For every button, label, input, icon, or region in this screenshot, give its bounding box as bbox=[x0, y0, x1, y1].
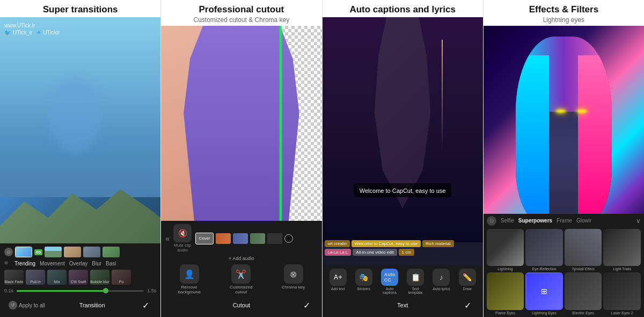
panel2-controls: « 🔇 Mute clip audio Cover + bbox=[161, 221, 321, 317]
filter-trending[interactable]: Trending bbox=[14, 261, 35, 266]
effect-thumb-electric-eyes bbox=[565, 272, 602, 310]
auto-captions-tool[interactable]: AutoCC Autocaptions bbox=[381, 269, 398, 294]
chroma-key-tool[interactable]: ⊗ Chroma key bbox=[282, 264, 305, 294]
effects-settings-icon[interactable]: ⊙ bbox=[487, 216, 496, 226]
cutout-confirm-button[interactable]: ✓ bbox=[300, 299, 313, 312]
telegram-handle: UTickir bbox=[43, 30, 60, 35]
tag-4: All-in-one video edit bbox=[353, 249, 397, 256]
text-tools: A+ Add text 🎭 Stickers AutoCC Autocaptio… bbox=[327, 269, 479, 294]
filter-overlay[interactable]: Overlay bbox=[69, 261, 87, 266]
expand-icon[interactable]: ∨ bbox=[636, 217, 641, 225]
confirm-button[interactable]: ✓ bbox=[139, 299, 152, 312]
effect-eye-reflection[interactable]: Eye Reflection bbox=[525, 229, 563, 271]
effect-label-tyndall: Tyndall Effect bbox=[572, 267, 595, 271]
effect-thumb-lightning bbox=[487, 229, 524, 266]
panel-effects-filters: Effects & Filters Lightning eyes bbox=[484, 0, 644, 317]
audio-clip-4[interactable] bbox=[267, 233, 282, 244]
timeline-thumb-4[interactable] bbox=[103, 247, 120, 257]
filter-tabs: ⚙ Trending Movement Overlay Blur Basi bbox=[4, 261, 156, 266]
effect-flame-eyes[interactable]: Flame Eyes bbox=[487, 272, 524, 315]
effects-scene bbox=[484, 26, 644, 235]
overlay-blob bbox=[48, 77, 102, 153]
slider-thumb[interactable] bbox=[103, 288, 108, 293]
panel-professional-cutout: Professional cutout Customized cutout & … bbox=[161, 0, 322, 317]
settings-gear[interactable]: ⚙ bbox=[4, 261, 8, 266]
panel3-controls: A+ Add text 🎭 Stickers AutoCC Autocaptio… bbox=[323, 265, 483, 317]
tab-superpowers[interactable]: Superpowers bbox=[518, 218, 552, 224]
effect-light-trails[interactable]: Light Trails bbox=[603, 229, 641, 271]
apply-all-icon[interactable]: ↺ bbox=[9, 301, 17, 309]
audio-clip-2[interactable] bbox=[233, 233, 248, 244]
filter-basi[interactable]: Basi bbox=[106, 261, 116, 266]
add-audio-button[interactable]: + Add audio bbox=[165, 256, 317, 261]
effect-label-light-trails: Light Trails bbox=[613, 267, 631, 271]
add-text-icon: A+ bbox=[330, 269, 347, 286]
stickers-label: Stickers bbox=[357, 287, 370, 291]
remove-bg-icon: 👤 bbox=[180, 264, 199, 284]
tab-frame[interactable]: Frame bbox=[557, 218, 572, 224]
timeline-thumb-2[interactable] bbox=[64, 247, 81, 257]
filter-thumb-pullin[interactable]: Pull in bbox=[26, 270, 45, 285]
effect-electric-eyes[interactable]: Electric Eyes bbox=[565, 272, 602, 315]
add-clip-button[interactable]: + bbox=[284, 234, 293, 243]
chroma-label: Chroma key bbox=[282, 285, 305, 290]
mute-label: Mute clip audio bbox=[172, 243, 193, 253]
caption-box: Welcome to CapCut, easy to use bbox=[354, 183, 451, 197]
twitter-handle: UTick_ir bbox=[13, 30, 32, 35]
add-text-tool[interactable]: A+ Add text bbox=[330, 269, 347, 294]
back-arrow[interactable]: « bbox=[165, 234, 170, 243]
effect-tyndall[interactable]: Tyndall Effect bbox=[565, 229, 602, 271]
cutout-person-area bbox=[161, 26, 321, 244]
effects-tabs: ⊙ Selfie Superpowers Frame Glowir ∨ bbox=[487, 216, 641, 226]
filter-thumbnails: Black Fade Pull in Mix CW Swift Bubble b… bbox=[4, 270, 156, 285]
effect-thumb-eye-reflection bbox=[525, 229, 563, 266]
duration-slider: 0.1s 1.5s bbox=[4, 288, 156, 293]
customized-cutout-tool[interactable]: ✂️ Customizedcutout bbox=[230, 264, 252, 294]
add-text-label: Add text bbox=[331, 287, 345, 291]
remove-bg-label: Removebackground bbox=[178, 285, 201, 294]
panel4-header: Effects & Filters Lightning eyes bbox=[484, 0, 644, 26]
settings-icon[interactable]: ⊙ bbox=[4, 248, 13, 256]
draw-tool[interactable]: ✏️ Draw bbox=[459, 269, 476, 294]
stickers-tool[interactable]: 🎭 Stickers bbox=[355, 269, 372, 294]
tab-selfie[interactable]: Selfie bbox=[501, 218, 514, 224]
timeline-thumb-cover[interactable] bbox=[15, 247, 32, 257]
auto-lyrics-tool[interactable]: ♪ Auto lyrics bbox=[433, 269, 450, 294]
tab-glowir[interactable]: Glowir bbox=[576, 218, 591, 224]
slider-min: 0.1s bbox=[4, 288, 13, 293]
slider-track[interactable] bbox=[17, 290, 144, 292]
effect-laser-eyes[interactable]: Laser Eyes 2 bbox=[603, 272, 641, 315]
tag-0: ort creatin bbox=[325, 240, 350, 247]
panel2-title: Professional cutout bbox=[167, 4, 315, 15]
filter-thumb-cwswift[interactable]: CW Swift bbox=[69, 270, 88, 285]
filter-movement[interactable]: Movement bbox=[40, 261, 65, 266]
filter-thumb-mix[interactable]: Mix bbox=[47, 270, 67, 285]
timeline: ⊙ 00 bbox=[4, 247, 156, 257]
filter-thumb-bubbleblur[interactable]: Bubble blur bbox=[90, 270, 109, 285]
filter-thumb-blackfade[interactable]: Black Fade bbox=[4, 270, 24, 285]
remove-background-tool[interactable]: 👤 Removebackground bbox=[178, 264, 201, 294]
text-confirm-button[interactable]: ✓ bbox=[462, 299, 474, 312]
effect-lightning-eyes[interactable]: ⊞ Lightning Eyes bbox=[525, 272, 563, 315]
filter-blur[interactable]: Blur bbox=[92, 261, 101, 266]
audio-clip-3[interactable] bbox=[250, 233, 265, 244]
telegram-icon: ✈ bbox=[36, 30, 41, 35]
tag-1: Welcome to CapCut, easy to use bbox=[352, 240, 421, 247]
panel2-toolbar: Cutout ✓ bbox=[165, 297, 317, 314]
cover-thumb[interactable]: Cover bbox=[195, 233, 214, 244]
text-template-tool[interactable]: 📋 Texttemplate bbox=[407, 269, 424, 294]
panel3-header: Auto captions and lyrics bbox=[323, 0, 483, 17]
panel3-image-area: Welcome to CapCut, easy to use ort creat… bbox=[323, 17, 483, 317]
effect-thumb-lightning-eyes: ⊞ bbox=[525, 272, 563, 310]
timeline-thumb-1[interactable] bbox=[45, 247, 62, 257]
mute-icon[interactable]: 🔇 bbox=[173, 224, 192, 242]
caption-text: Welcome to CapCut, easy to use bbox=[360, 188, 446, 194]
effect-lightning[interactable]: Lightning bbox=[487, 229, 524, 271]
audio-clip-1[interactable] bbox=[216, 233, 231, 244]
auto-captions-label: Autocaptions bbox=[383, 287, 397, 294]
effect-thumb-inner-flame bbox=[487, 272, 524, 310]
timeline-thumb-3[interactable] bbox=[83, 247, 100, 257]
side-color-right bbox=[578, 55, 612, 225]
filter-thumb-pu[interactable]: Pu bbox=[112, 270, 131, 285]
apply-all-item: ↺ Apply to all bbox=[9, 301, 45, 309]
